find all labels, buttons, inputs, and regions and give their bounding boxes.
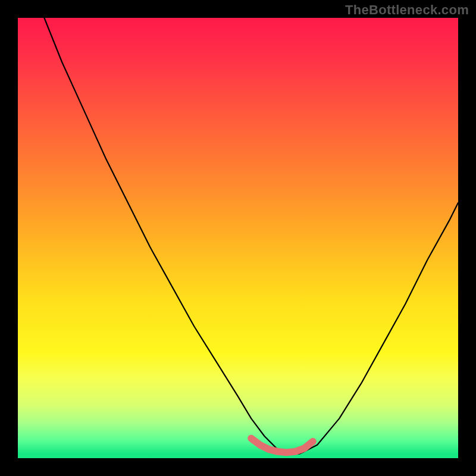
chart-canvas: TheBottleneck.com xyxy=(0,0,476,476)
bottleneck-curve-path xyxy=(44,18,458,454)
plot-area xyxy=(18,18,458,458)
curve-overlay xyxy=(18,18,458,458)
green-zone-marker xyxy=(251,439,313,453)
watermark-text: TheBottleneck.com xyxy=(345,2,469,18)
